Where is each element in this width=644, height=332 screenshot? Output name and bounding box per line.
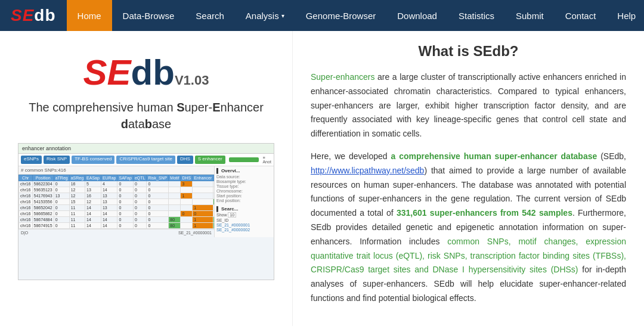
ss-end-label: End position:	[216, 198, 272, 203]
ss-table-title: # common SNPs:416	[18, 166, 214, 175]
left-panel: SEdbV1.03 The comprehensive human Super-…	[0, 31, 292, 326]
nav-item-download[interactable]: Download	[386, 0, 448, 31]
logo-large-se: SE	[83, 52, 131, 92]
ss-btn-senhancer: S enhancer	[195, 156, 225, 164]
nav-item-home[interactable]: Home	[67, 0, 112, 31]
nav-items: Home Data-Browse Search Analysis ▾ Genom…	[67, 0, 644, 31]
ss-table: ChrPositionaTRegaSRegEASapEURapSAFapeQTL…	[18, 175, 214, 229]
ss-side-panel: ▌ Overvi... Data source: Biosample type:…	[214, 166, 274, 237]
ss-btn-esnps: eSNPs	[21, 156, 42, 164]
navigation: SEdb Home Data-Browse Search Analysis ▾ …	[0, 0, 644, 31]
ss-sample-id-2: SE_21_#0000002	[216, 228, 272, 232]
nav-item-search[interactable]: Search	[185, 0, 235, 31]
main-content: SEdbV1.03 The comprehensive human Super-…	[0, 31, 644, 326]
paragraph2-mid: (SEdb,	[597, 151, 626, 161]
nav-item-contact[interactable]: Contact	[555, 0, 607, 31]
super-enhancers-term: Super-enhancers	[311, 72, 374, 82]
screenshot-preview: enhancer annotation eSNPs Risk SNP TF-BS…	[18, 143, 274, 280]
ss-chrom-label: Chromosome:	[216, 189, 272, 193]
ss-btn-tfbs: TF-BS conserved	[72, 156, 114, 164]
ss-data-source-label: Data source:	[216, 175, 272, 179]
nav-item-help[interactable]: Help	[606, 0, 644, 31]
ss-btn-crispr: CRISPR/Cas9 target site	[116, 156, 175, 164]
ss-biosample-label: Biosample type:	[216, 179, 272, 184]
ss-content: # common SNPs:416 ChrPositionaTRegaSRegE…	[18, 166, 274, 237]
nav-item-genome-browser[interactable]: Genome-Browser	[295, 0, 387, 31]
ss-start-label: Start position:	[216, 194, 272, 198]
paragraph2-start: Here, we developed	[311, 151, 391, 161]
logo-db: db	[34, 6, 55, 24]
logo-se: SE	[11, 6, 34, 24]
section-title: What is SEdb?	[311, 43, 626, 60]
ss-toolbar: eSNPs Risk SNP TF-BS conserved CRISPR/Ca…	[18, 154, 274, 166]
analysis-dropdown-arrow: ▾	[281, 13, 284, 19]
url-link[interactable]: http://www.licpathway.net/sedb	[311, 166, 424, 175]
ss-tissue-label: Tissue type:	[216, 184, 272, 188]
content-text: Super-enhancers are a large cluster of t…	[311, 70, 626, 306]
nav-item-statistics[interactable]: Statistics	[448, 0, 505, 31]
ss-sample-id-1: SE_21_#0000001	[216, 223, 272, 227]
nav-item-analysis[interactable]: Analysis ▾	[235, 0, 295, 31]
nav-item-data-browse[interactable]: Data-Browse	[112, 0, 185, 31]
nav-item-submit[interactable]: Submit	[505, 0, 555, 31]
logo-large-db: db	[131, 52, 175, 92]
site-logo: SEdb	[0, 6, 67, 25]
ss-btn-dhs: DHS	[177, 156, 193, 164]
tagline: The comprehensive human Super-Enhancer d…	[29, 99, 264, 132]
count-highlight: 331,601 super-enhancers from 542 samples	[397, 208, 572, 218]
paragraph1-rest: are a large cluster of transcriptionally…	[311, 72, 626, 138]
version-label: V1.03	[175, 73, 209, 88]
ss-btn-risksnp: Risk SNP	[44, 156, 70, 164]
large-site-logo: SEdbV1.03	[83, 55, 209, 91]
comprehensive-link[interactable]: a comprehensive human super-enhancer dat…	[391, 151, 597, 161]
ss-table-area: # common SNPs:416 ChrPositionaTRegaSRegE…	[18, 166, 214, 237]
ss-header-label: enhancer annotation	[18, 144, 274, 154]
right-panel: What is SEdb? Super-enhancers are a larg…	[292, 31, 644, 326]
